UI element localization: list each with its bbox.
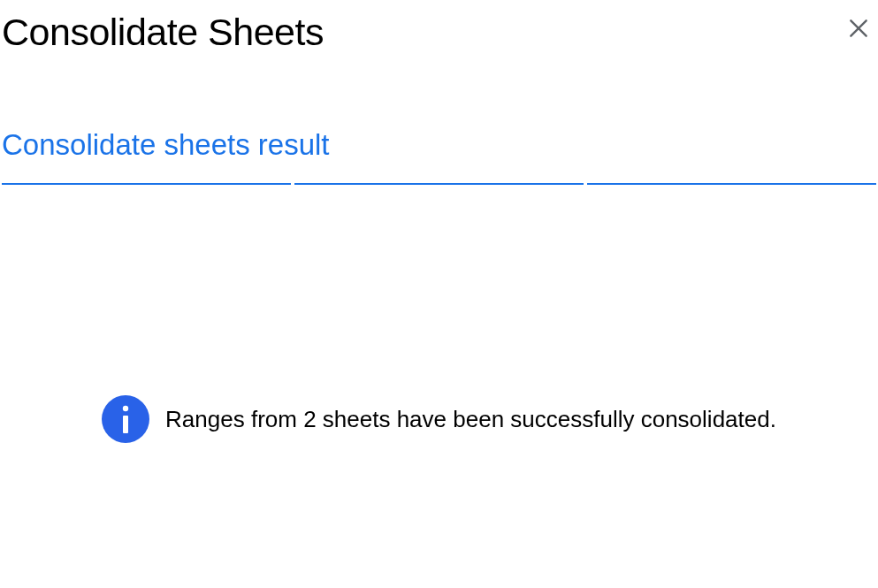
result-heading: Consolidate sheets result: [2, 128, 876, 162]
info-icon: [102, 395, 149, 443]
result-section: Consolidate sheets result: [0, 128, 878, 185]
close-icon[interactable]: [846, 16, 871, 41]
svg-point-2: [123, 406, 128, 411]
tab-underline-1[interactable]: [2, 183, 291, 185]
svg-rect-3: [123, 416, 128, 433]
dialog-header: Consolidate Sheets: [0, 0, 878, 54]
tab-underline-3[interactable]: [587, 183, 876, 185]
status-message: Ranges from 2 sheets have been successfu…: [165, 406, 776, 433]
tabs-row: [2, 183, 876, 185]
message-area: Ranges from 2 sheets have been successfu…: [0, 395, 878, 443]
dialog-title: Consolidate Sheets: [2, 11, 324, 54]
tab-underline-2[interactable]: [294, 183, 584, 185]
